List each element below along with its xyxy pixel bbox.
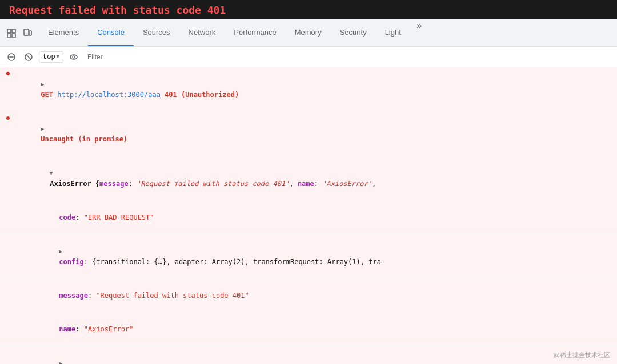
svg-rect-2 xyxy=(7,34,11,37)
code-line: code: "ERR_BAD_REQUEST" xyxy=(0,201,617,234)
svg-rect-1 xyxy=(12,29,15,33)
svg-rect-5 xyxy=(29,31,31,35)
tab-lighthouse[interactable]: Light xyxy=(376,19,410,46)
tab-sources[interactable]: Sources xyxy=(134,19,179,46)
axios-error-line: ▶ AxiosError {message: 'Request failed w… xyxy=(0,156,617,201)
devtools-tab-bar: Elements Console Sources Network Perform… xyxy=(0,19,617,47)
request-line: ▶ request: XMLHttpRequest {onreadystatec… xyxy=(0,346,617,364)
config-line: ▶ config: {transitional: {…}, adapter: A… xyxy=(0,234,617,279)
svg-rect-4 xyxy=(24,29,29,35)
expand-arrow-uncaught[interactable]: ▶ xyxy=(41,124,44,134)
svg-point-11 xyxy=(73,56,75,58)
error-url[interactable]: http://localhost:3000/aaa xyxy=(57,91,161,99)
tab-security[interactable]: Security xyxy=(331,19,376,46)
console-toolbar: top ▼ xyxy=(0,47,617,67)
page-title-bar: Request failed with status code 401 xyxy=(0,0,617,19)
get-error-line: ▶ GET http://localhost:3000/aaa 401 (Una… xyxy=(14,68,612,110)
tab-memory[interactable]: Memory xyxy=(286,19,331,46)
page-title-text: Request failed with status code 401 xyxy=(9,4,226,16)
console-error-get: ● ▶ GET http://localhost:3000/aaa 401 (U… xyxy=(0,67,617,112)
context-selector[interactable]: top ▼ xyxy=(39,51,63,63)
error-indicator-1: ● xyxy=(2,68,14,79)
tab-elements[interactable]: Elements xyxy=(39,19,88,46)
inspector-icon[interactable] xyxy=(5,26,18,40)
devtools-icon-area xyxy=(0,19,39,46)
expand-arrow-request[interactable]: ▶ xyxy=(59,358,62,364)
eye-icon[interactable] xyxy=(67,50,81,64)
expand-arrow-config[interactable]: ▶ xyxy=(59,246,62,257)
message-line: message: "Request failed with status cod… xyxy=(0,279,617,313)
expand-arrow-get[interactable]: ▶ xyxy=(41,79,44,90)
name-line: name: "AxiosError" xyxy=(0,313,617,346)
uncaught-line: ▶ Uncaught (in promise) xyxy=(14,113,612,155)
svg-point-10 xyxy=(70,55,77,59)
expand-arrow-axios[interactable]: ▶ xyxy=(46,172,57,175)
error-indicator-2: ● xyxy=(2,113,14,123)
chevron-down-icon: ▼ xyxy=(57,54,59,60)
clear-console-icon[interactable] xyxy=(5,50,18,64)
tab-network[interactable]: Network xyxy=(179,19,225,46)
tab-performance[interactable]: Performance xyxy=(225,19,285,46)
console-output: ● ▶ GET http://localhost:3000/aaa 401 (U… xyxy=(0,67,617,364)
svg-line-9 xyxy=(26,54,31,59)
svg-rect-3 xyxy=(12,34,15,37)
device-toolbar-icon[interactable] xyxy=(21,26,34,40)
more-tabs-icon[interactable]: » xyxy=(412,19,426,33)
filter-input[interactable] xyxy=(84,52,612,62)
context-label: top xyxy=(43,53,55,61)
svg-rect-0 xyxy=(7,29,11,33)
watermark: @稀土掘金技术社区 xyxy=(554,351,610,359)
console-error-uncaught: ● ▶ Uncaught (in promise) xyxy=(0,112,617,156)
block-icon[interactable] xyxy=(22,50,35,64)
tab-console[interactable]: Console xyxy=(88,19,134,46)
